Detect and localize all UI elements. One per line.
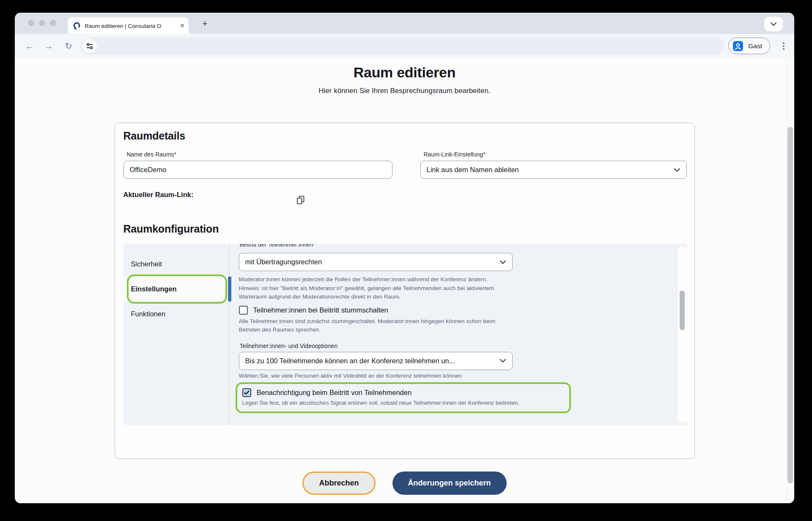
video-options-value: Bis zu 100 Teilnehmende können an der Ko…	[245, 357, 455, 365]
page-subtitle: Hier können Sie Ihren Besprechungsraum b…	[15, 86, 794, 96]
page-scrollbar-track[interactable]	[786, 58, 794, 503]
join-mode-value: mit Übertragungsrechten	[245, 258, 322, 266]
room-link-setting-value: Link aus dem Namen ableiten	[427, 166, 519, 174]
back-button[interactable]: ←	[23, 40, 36, 52]
profile-label: Gast	[748, 42, 762, 50]
cancel-button[interactable]: Abbrechen	[302, 472, 375, 495]
sidebar-item-funktionen[interactable]: Funktionen	[123, 302, 229, 326]
notify-checkbox[interactable]	[242, 388, 251, 397]
chevron-down-icon	[499, 359, 506, 363]
browser-window: Raum editieren | Consularia O × + ← → ↻	[15, 13, 794, 503]
notify-help: Legen Sie fest, ob ein akustisches Signa…	[242, 399, 565, 408]
site-favicon-icon	[73, 22, 81, 30]
chevron-down-icon	[674, 168, 680, 172]
mute-checkbox-row[interactable]: Teilnehmer:innen bei Beitritt stummschal…	[239, 305, 679, 315]
current-room-link-label: Aktueller Raum-Link:	[123, 191, 194, 199]
traffic-lights	[28, 20, 56, 26]
reload-button[interactable]: ↻	[62, 40, 75, 52]
room-edit-card: Raumdetails Name des Raums* OfficeDemo R…	[115, 123, 695, 459]
site-settings-button[interactable]	[82, 39, 97, 53]
join-mode-label: Beitritt der Teilnehmer:innen*	[240, 244, 679, 248]
minimize-window-button[interactable]	[39, 20, 45, 26]
video-options-select[interactable]: Bis zu 100 Teilnehmende können an der Ko…	[239, 352, 513, 370]
notify-checkbox-label: Benachrichtigung beim Beitritt von Teiln…	[257, 389, 412, 397]
panel-scrollbar-thumb[interactable]	[680, 291, 685, 330]
browser-menu-button[interactable]	[781, 41, 787, 51]
room-details-heading: Raumdetails	[123, 129, 185, 143]
config-scroll-area[interactable]: Beitritt der Teilnehmer:innen* mit Übert…	[236, 244, 679, 425]
room-name-label: Name des Raums*	[127, 151, 392, 158]
page-scrollbar-thumb[interactable]	[787, 127, 793, 483]
page-content: Raum editieren Hier können Sie Ihren Bes…	[15, 58, 794, 503]
join-mode-select[interactable]: mit Übertragungsrechten	[239, 253, 513, 271]
config-sidebar: Sicherheit Einstellungen Funktionen	[123, 244, 230, 425]
forward-button[interactable]: →	[42, 40, 55, 52]
sidebar-item-sicherheit[interactable]: Sicherheit	[123, 252, 229, 277]
mute-checkbox-label: Teilnehmer:innen bei Beitritt stummschal…	[253, 306, 388, 314]
video-options-label: Teilnehmer:innen- und Videooptionen	[240, 342, 679, 350]
room-link-setting-label: Raum-Link-Einstellung*	[424, 151, 687, 158]
chevron-down-icon	[499, 260, 506, 264]
profile-button[interactable]: Gast	[728, 38, 770, 54]
copy-link-button[interactable]	[297, 196, 304, 205]
tab-title: Raum editieren | Consularia O	[85, 23, 161, 29]
close-window-button[interactable]	[28, 20, 34, 26]
mute-help: Alle Teilnehmer:innen sind zunächst stum…	[239, 317, 679, 335]
tab-close-icon[interactable]: ×	[180, 22, 184, 29]
tab-title-wrap: Raum editieren | Consularia O	[85, 22, 178, 30]
address-bar[interactable]	[81, 37, 724, 55]
tune-icon	[86, 42, 93, 50]
page-title: Raum editieren	[15, 63, 794, 82]
chevron-down-icon	[770, 22, 777, 26]
browser-tab[interactable]: Raum editieren | Consularia O ×	[68, 17, 189, 34]
panel-scrollbar-track[interactable]	[678, 246, 686, 423]
copy-icon	[297, 196, 304, 205]
save-changes-button[interactable]: Änderungen speichern	[392, 472, 507, 495]
sidebar-item-einstellungen[interactable]: Einstellungen	[123, 277, 229, 302]
room-config-heading: Raumkonfiguration	[123, 222, 219, 236]
profile-avatar-icon	[732, 41, 743, 52]
room-config-panel: Sicherheit Einstellungen Funktionen Beit…	[123, 244, 687, 425]
room-name-input[interactable]: OfficeDemo	[123, 161, 392, 179]
annotation-highlight-notify: Benachrichtigung beim Beitritt von Teiln…	[236, 382, 571, 413]
actions-row: Abbrechen Änderungen speichern	[15, 472, 794, 495]
new-tab-button[interactable]: +	[202, 18, 208, 29]
mute-checkbox[interactable]	[239, 306, 248, 315]
room-link-setting-select[interactable]: Link aus dem Namen ableiten	[420, 161, 687, 179]
check-icon	[244, 390, 250, 395]
join-mode-help: Moderator:innen können jederzeit die Rol…	[239, 275, 679, 302]
notify-checkbox-row[interactable]: Benachrichtigung beim Beitritt von Teiln…	[242, 387, 565, 398]
tab-strip: Raum editieren | Consularia O × +	[15, 13, 794, 34]
maximize-window-button[interactable]	[50, 20, 56, 26]
browser-toolbar: ← → ↻ Gast	[15, 34, 794, 58]
video-options-help: Wählen Sie, wie viele Personen aktiv mit…	[239, 372, 679, 381]
tab-search-chevron-button[interactable]	[764, 17, 783, 31]
